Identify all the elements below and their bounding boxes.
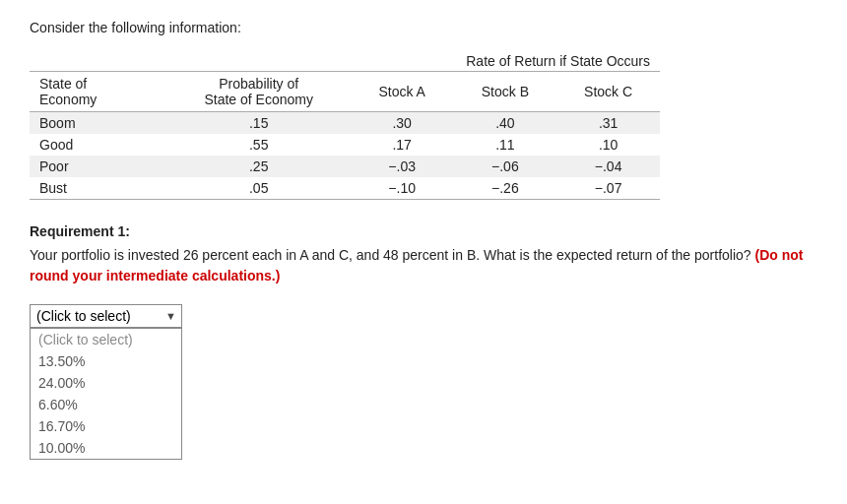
- cell-stocka: .30: [351, 112, 454, 135]
- cell-stockb: −.06: [454, 156, 557, 177]
- cell-stocka: .17: [351, 134, 454, 156]
- cell-state: Poor: [30, 156, 167, 177]
- cell-stockc: −.04: [556, 156, 660, 177]
- dropdown-option[interactable]: 6.60%: [31, 394, 181, 415]
- cell-stocka: −.03: [351, 156, 454, 177]
- table-row: Poor .25 −.03 −.06 −.04: [30, 156, 660, 177]
- dropdown-option[interactable]: (Click to select): [31, 329, 181, 350]
- col-stockb-header: Stock B: [454, 72, 557, 112]
- cell-stockc: .10: [556, 134, 660, 156]
- cell-state: Good: [30, 134, 167, 156]
- intro-text: Consider the following information:: [30, 20, 817, 35]
- cell-prob: .05: [167, 177, 351, 200]
- table-row: Good .55 .17 .11 .10: [30, 134, 660, 156]
- requirement-body-plain: Your portfolio is invested 26 percent ea…: [30, 247, 751, 263]
- cell-state: Boom: [30, 112, 167, 135]
- dropdown-option[interactable]: 16.70%: [31, 415, 181, 437]
- dropdown-container[interactable]: (Click to select)13.50%24.00%6.60%16.70%…: [30, 304, 182, 328]
- dropdown-option[interactable]: 13.50%: [31, 350, 181, 372]
- cell-stocka: −.10: [351, 177, 454, 200]
- cell-stockb: .40: [454, 112, 557, 135]
- cell-stockc: −.07: [556, 177, 660, 200]
- col-stockc-header: Stock C: [556, 72, 660, 112]
- table-row: Bust .05 −.10 −.26 −.07: [30, 177, 660, 200]
- data-table: Rate of Return if State Occurs State of …: [30, 49, 817, 200]
- table-row: Boom .15 .30 .40 .31: [30, 112, 660, 135]
- dropdown-option[interactable]: 10.00%: [31, 437, 181, 459]
- cell-prob: .25: [167, 156, 351, 177]
- cell-prob: .55: [167, 134, 351, 156]
- cell-stockc: .31: [556, 112, 660, 135]
- col-prob-header: Probability of State of Economy: [204, 76, 313, 107]
- cell-stockb: .11: [454, 134, 557, 156]
- rate-of-return-header: Rate of Return if State Occurs: [351, 49, 660, 72]
- requirement-title: Requirement 1:: [30, 223, 817, 239]
- col-state-header: State of Economy: [39, 76, 97, 107]
- dropdown-options-list[interactable]: (Click to select)13.50%24.00%6.60%16.70%…: [30, 328, 182, 460]
- col-stocka-header: Stock A: [351, 72, 454, 112]
- answer-select[interactable]: (Click to select)13.50%24.00%6.60%16.70%…: [30, 304, 182, 328]
- requirement-body: Your portfolio is invested 26 percent ea…: [30, 245, 817, 286]
- requirement-section: Requirement 1: Your portfolio is investe…: [30, 223, 817, 286]
- column-headers-row: State of Economy Probability of State of…: [30, 72, 660, 112]
- cell-prob: .15: [167, 112, 351, 135]
- dropdown-option[interactable]: 24.00%: [31, 372, 181, 394]
- cell-state: Bust: [30, 177, 167, 200]
- cell-stockb: −.26: [454, 177, 557, 200]
- rate-header-row: Rate of Return if State Occurs: [30, 49, 660, 72]
